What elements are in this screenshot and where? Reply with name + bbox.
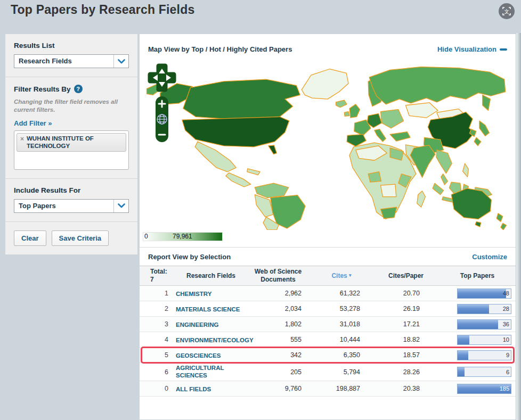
column-research-fields[interactable]: Research Fields — [176, 272, 246, 280]
cites-per-paper-value: 20.38 — [373, 385, 439, 392]
filter-section: Filter Results By ? Changing the filter … — [5, 77, 137, 179]
legend-max: 79,961 — [173, 233, 192, 240]
clear-button[interactable]: Clear — [14, 230, 46, 246]
report-header: Report View by Selection Customize — [140, 247, 516, 266]
map-zoom-control[interactable] — [155, 96, 169, 143]
results-list-select[interactable]: Research Fields — [14, 54, 129, 68]
results-list-label: Results List — [14, 42, 129, 50]
legend-min: 0 — [144, 233, 148, 240]
docs-value: 2,962 — [246, 290, 310, 297]
table-row-highlighted: 5 GEOSCIENCES 342 6,350 18.57 9 — [140, 348, 516, 363]
svg-text:文: 文 — [504, 9, 509, 14]
top-papers-bar: 10 — [457, 335, 511, 345]
hide-visualization-link[interactable]: Hide Visualization — [437, 45, 507, 53]
top-papers-bar: 36 — [457, 319, 511, 330]
include-results-select[interactable]: Top Papers — [14, 199, 129, 213]
content: Results List Research Fields Filter Resu… — [0, 34, 521, 419]
filter-chip[interactable]: × WUHAN INSTITUTE OF TECHNOLOGY — [17, 133, 126, 152]
sidebar: Results List Research Fields Filter Resu… — [5, 34, 137, 254]
table-row: 0 ALL FIELDS 9,760 198,887 20.38 185 — [140, 381, 516, 397]
row-rank: 5 — [140, 351, 168, 359]
top-papers-bar: 28 — [457, 304, 511, 314]
hide-visualization-label: Hide Visualization — [437, 45, 496, 53]
help-icon[interactable]: ? — [74, 85, 83, 93]
filter-note: Changing the filter field removes all cu… — [14, 98, 129, 114]
chevron-down-icon — [113, 55, 128, 68]
map-pan-control[interactable] — [147, 63, 177, 93]
cites-per-paper-value: 18.82 — [373, 336, 439, 343]
customize-link[interactable]: Customize — [472, 253, 507, 261]
translate-icon[interactable]: 文 — [499, 3, 515, 19]
sidebar-buttons: Clear Save Criteria — [5, 222, 137, 254]
field-link[interactable]: AGRICULTURAL SCIENCES — [176, 364, 246, 380]
cites-per-paper-value: 26.19 — [373, 305, 439, 312]
cites-value: 61,322 — [310, 290, 373, 297]
cites-value: 198,887 — [310, 385, 373, 392]
top-papers-value: 6 — [506, 369, 509, 375]
field-link[interactable]: ALL FIELDS — [176, 385, 211, 393]
remove-filter-icon[interactable]: × — [20, 135, 24, 143]
map-controls[interactable] — [147, 63, 177, 143]
field-link[interactable]: CHEMISTRY — [176, 290, 211, 298]
top-papers-value: 185 — [500, 385, 509, 392]
include-results-value: Top Papers — [14, 200, 113, 212]
field-link[interactable]: ENGINEERING — [176, 321, 219, 328]
cites-per-paper-value: 18.57 — [373, 351, 439, 359]
add-filter-link[interactable]: Add Filter » — [14, 119, 52, 127]
table-row: 3 ENGINEERING 1,802 31,018 17.21 36 — [140, 317, 516, 332]
filter-heading: Filter Results By — [14, 85, 71, 93]
map-view-title: Map View by Top / Hot / Highly Cited Pap… — [148, 45, 292, 53]
docs-value: 555 — [246, 336, 310, 343]
field-link[interactable]: ENVIRONMENT/ECOLOGY — [176, 336, 254, 344]
top-papers-bar: 185 — [457, 384, 511, 394]
docs-value: 2,034 — [246, 305, 310, 312]
top-papers-value: 48 — [503, 290, 509, 297]
docs-value: 205 — [246, 368, 310, 376]
cites-per-paper-value: 17.21 — [373, 320, 439, 328]
column-cites-sorted[interactable]: Cites ▾ — [310, 272, 373, 280]
docs-value: 9,760 — [246, 385, 310, 392]
top-papers-value: 28 — [503, 306, 509, 312]
top-papers-bar: 48 — [457, 289, 511, 299]
results-list-value: Research Fields — [14, 55, 113, 68]
column-wos-documents[interactable]: Web of Science Documents — [246, 268, 310, 284]
world-map-choropleth[interactable] — [140, 59, 516, 230]
top-papers-bar: 9 — [457, 350, 511, 360]
field-link[interactable]: GEOSCIENCES — [176, 352, 221, 359]
column-cites-per-paper[interactable]: Cites/Paper — [373, 272, 439, 280]
table-row: 6 AGRICULTURAL SCIENCES 205 5,794 28.26 … — [140, 363, 516, 381]
cites-value: 6,350 — [310, 351, 373, 359]
map-legend-bar: 0 79,961 — [143, 231, 516, 245]
cites-value: 53,278 — [310, 305, 373, 312]
top-papers-value: 10 — [503, 336, 509, 343]
top-papers-value: 36 — [503, 321, 509, 327]
table-row: 2 MATERIALS SCIENCE 2,034 53,278 26.19 2… — [140, 301, 516, 317]
row-rank: 3 — [140, 320, 168, 328]
table-header-row: Total:7 Research Fields Web of Science D… — [140, 266, 516, 286]
row-rank: 6 — [140, 368, 168, 376]
filter-chip-label: WUHAN INSTITUTE OF TECHNOLOGY — [27, 135, 123, 150]
cites-per-paper-value: 28.26 — [373, 368, 439, 376]
map-area — [140, 59, 516, 230]
cites-value: 31,018 — [310, 320, 373, 328]
table-row: 1 CHEMISTRY 2,962 61,322 20.70 48 — [140, 286, 516, 301]
include-results-label: Include Results For — [14, 186, 129, 194]
cites-value: 10,444 — [310, 336, 373, 343]
page-header: Top Papers by Research Fields 文 — [0, 0, 521, 34]
translate-icon-glyph: 文 — [502, 6, 511, 16]
column-top-papers[interactable]: Top Papers — [439, 272, 516, 279]
table-row: 4 ENVIRONMENT/ECOLOGY 555 10,444 18.82 1… — [140, 332, 516, 348]
top-papers-value: 9 — [506, 352, 509, 358]
field-link[interactable]: MATERIALS SCIENCE — [176, 306, 240, 313]
vertical-scrollbar[interactable] — [516, 33, 521, 420]
map-header: Map View by Top / Hot / Highly Cited Pap… — [140, 34, 516, 59]
cites-value: 5,794 — [310, 368, 373, 376]
page-title: Top Papers by Research Fields — [0, 0, 521, 17]
chevron-down-icon — [113, 200, 128, 212]
main-panel: Map View by Top / Hot / Highly Cited Pap… — [140, 34, 516, 419]
docs-value: 1,802 — [246, 320, 310, 328]
cites-per-paper-value: 20.70 — [373, 290, 439, 297]
row-rank: 4 — [140, 336, 168, 343]
filter-box: × WUHAN INSTITUTE OF TECHNOLOGY — [14, 130, 129, 170]
save-criteria-button[interactable]: Save Criteria — [52, 230, 109, 246]
